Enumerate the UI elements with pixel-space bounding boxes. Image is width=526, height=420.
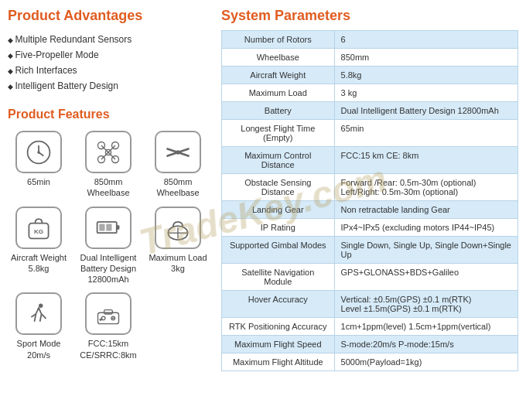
param-name: Battery [222, 102, 335, 120]
features-title: Product Features [8, 108, 209, 121]
param-value: Non retractable landing Gear [334, 201, 517, 219]
param-value: FCC:15 km CE: 8km [334, 147, 517, 174]
battery-icon [85, 207, 132, 249]
feature-remote: FCC:15kmCE/SRRC:8km [77, 292, 139, 360]
param-name: Supported Gimbal Modes [222, 237, 335, 264]
param-name: Longest Flight Time (Empty) [222, 120, 335, 147]
svg-rect-18 [99, 224, 104, 231]
table-row: Longest Flight Time (Empty)65min [222, 120, 518, 147]
param-value: Vertical: ±0.5m(GPS) ±0.1 m(RTK) Level ±… [334, 291, 517, 318]
param-value: 5000m(Payload=1kg) [334, 353, 517, 371]
param-value: Forward /Rear: 0.5m-30m (optional) Left/… [334, 174, 517, 201]
bag-icon [155, 207, 201, 249]
advantage-item: Intelligent Battery Design [8, 78, 209, 94]
param-name: Maximum Flight Altitude [222, 353, 335, 371]
param-value: IPx4~IPx5 (excluding motors IP44~IP45) [334, 219, 517, 237]
param-name: Obstacle Sensing Distance [222, 174, 335, 201]
kg-icon: KG [15, 207, 62, 249]
table-row: Satellite Navigation ModuleGPS+GLONASS+B… [222, 264, 518, 291]
param-name: Landing Gear [222, 201, 335, 219]
svg-text:KG: KG [34, 228, 43, 235]
feature-label-remote: FCC:15kmCE/SRRC:8km [80, 338, 136, 360]
feature-label-battery: Dual IntelligentBattery Design12800mAh [80, 252, 137, 285]
table-row: Wheelbase850mm [222, 49, 518, 67]
drone-icon [85, 131, 132, 173]
sys-title: System Parameters [221, 8, 518, 24]
feature-drone: 850mmWheelbase [77, 131, 139, 199]
svg-rect-17 [117, 225, 120, 229]
feature-label-sport: Sport Mode20m/s [17, 338, 61, 360]
params-table: Number of Rotors6Wheelbase850mmAircraft … [221, 30, 518, 371]
param-value: Single Down, Single Up, Single Down+Sing… [334, 237, 517, 264]
param-name: Aircraft Weight [222, 67, 335, 84]
param-name: Hover Accuracy [222, 291, 335, 318]
param-value: GPS+GLONASS+BDS+Galileo [334, 264, 517, 291]
table-row: IP RatingIPx4~IPx5 (excluding motors IP4… [222, 219, 518, 237]
left-panel: Product Advantages Multiple Redundant Se… [8, 8, 209, 371]
svg-point-26 [101, 316, 105, 320]
table-row: RTK Positioning Accuracy1cm+1ppm(level) … [222, 318, 518, 336]
table-row: Maximum Load3 kg [222, 84, 518, 102]
feature-battery: Dual IntelligentBattery Design12800mAh [77, 207, 139, 285]
right-panel: System Parameters Number of Rotors6Wheel… [221, 8, 518, 371]
param-value: 3 kg [334, 84, 517, 102]
feature-propeller: 850mmWheelbase [147, 131, 209, 199]
param-value: 5.8kg [334, 67, 517, 84]
feature-label-weight: Aircraft Weight5.8kg [11, 252, 67, 275]
feature-sport: Sport Mode20m/s [8, 292, 70, 360]
param-value: 1cm+1ppm(level) 1.5cm+1ppm(vertical) [334, 318, 517, 336]
svg-rect-19 [106, 224, 111, 231]
table-row: Supported Gimbal ModesSingle Down, Singl… [222, 237, 518, 264]
feature-label-load: Maximum Load3kg [149, 252, 207, 275]
advantages-list: Multiple Redundant Sensors Five-Propelle… [8, 32, 209, 94]
table-row: Maximum Flight Altitude5000m(Payload=1kg… [222, 353, 518, 371]
table-row: Landing GearNon retractable landing Gear [222, 201, 518, 219]
table-row: Maximum Control DistanceFCC:15 km CE: 8k… [222, 147, 518, 174]
svg-rect-25 [104, 310, 113, 314]
param-name: Maximum Load [222, 84, 335, 102]
param-name: Maximum Control Distance [222, 147, 335, 174]
param-name: Maximum Flight Speed [222, 336, 335, 353]
svg-point-13 [176, 150, 179, 154]
param-value: 6 [334, 31, 517, 49]
feature-label-clock: 65min [27, 176, 50, 187]
param-name: Wheelbase [222, 49, 335, 67]
table-row: Number of Rotors6 [222, 31, 518, 49]
feature-label-propeller: 850mmWheelbase [156, 176, 199, 199]
advantage-item: Multiple Redundant Sensors [8, 32, 209, 47]
propeller-icon [155, 131, 201, 173]
param-name: Number of Rotors [222, 31, 335, 49]
feature-load: Maximum Load3kg [147, 207, 209, 285]
advantage-item: Rich Interfaces [8, 63, 209, 78]
remote-icon [85, 292, 132, 335]
param-name: RTK Positioning Accuracy [222, 318, 335, 336]
feature-label-drone: 850mmWheelbase [87, 176, 129, 199]
table-row: Hover AccuracyVertical: ±0.5m(GPS) ±0.1 … [222, 291, 518, 318]
table-row: Obstacle Sensing DistanceForward /Rear: … [222, 174, 518, 201]
table-row: Maximum Flight SpeedS-mode:20m/s P-mode:… [222, 336, 518, 353]
table-row: BatteryDual Intelligent Battery Design 1… [222, 102, 518, 120]
param-name: Satellite Navigation Module [222, 264, 335, 291]
svg-point-23 [39, 303, 43, 307]
advantages-title: Product Advantages [8, 8, 209, 24]
param-name: IP Rating [222, 219, 335, 237]
features-grid: 65min 850mmWheelbase [8, 131, 209, 360]
param-value: S-mode:20m/s P-mode:15m/s [334, 336, 517, 353]
run-icon [15, 292, 62, 335]
param-value: 65min [334, 120, 517, 147]
param-value: 850mm [334, 49, 517, 67]
feature-weight: KG Aircraft Weight5.8kg [8, 207, 70, 285]
table-row: Aircraft Weight5.8kg [222, 67, 518, 84]
main-layout: Product Advantages Multiple Redundant Se… [8, 8, 518, 371]
svg-point-3 [37, 151, 40, 154]
clock-icon [15, 131, 62, 173]
param-value: Dual Intelligent Battery Design 12800mAh [334, 102, 517, 120]
advantage-item: Five-Propeller Mode [8, 47, 209, 63]
feature-clock: 65min [8, 131, 70, 199]
